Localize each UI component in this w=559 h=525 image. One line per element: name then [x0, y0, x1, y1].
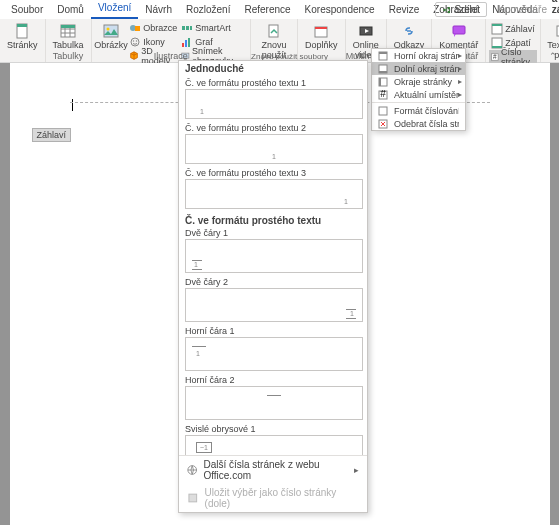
svg-point-11: [136, 40, 137, 41]
page-number-submenu: Horní okraj stránky▸ Dolní okraj stránky…: [371, 48, 466, 131]
gallery-section-plain: Č. ve formátu prostého textu: [185, 215, 363, 226]
icons-icon: [129, 36, 141, 48]
table-button[interactable]: Tabulka: [49, 21, 88, 52]
comment-bubble-icon: [451, 23, 467, 39]
svg-point-10: [133, 40, 134, 41]
svg-text:#: #: [493, 53, 497, 60]
svg-rect-14: [190, 26, 192, 30]
svg-rect-13: [186, 26, 189, 30]
addin-icon: [313, 23, 329, 39]
submenu-remove-numbers[interactable]: Odebrat čísla stránek: [372, 117, 465, 130]
submenu-format-numbers[interactable]: Formát číslování stránek...: [372, 104, 465, 117]
shapes-icon: [129, 22, 141, 34]
gallery-more-from-office[interactable]: Další čísla stránek z webu Office.com ▸: [179, 456, 367, 484]
page-icon: [14, 23, 30, 39]
svg-rect-24: [453, 26, 465, 34]
gallery-thumb-plain-1[interactable]: 1: [185, 89, 363, 119]
gallery-thumb-plain-3[interactable]: 1: [185, 179, 363, 209]
share-icon: [442, 5, 452, 15]
gallery-save-selection: Uložit výběr jako číslo stránky (dole): [179, 484, 367, 512]
submenu-bottom-of-page[interactable]: Dolní okraj stránky▸: [372, 62, 465, 75]
doc-current-icon: #: [378, 90, 388, 100]
smartart-button[interactable]: SmartArt: [179, 21, 247, 35]
gallery-thumb-top-line-2[interactable]: [185, 386, 363, 420]
group-label-tables: Tabulky: [46, 51, 91, 61]
addins-button[interactable]: Doplňky: [301, 21, 342, 52]
gallery-thumb-vertical-outline-1[interactable]: ~1: [185, 435, 363, 455]
collapse-ribbon-icon[interactable]: ⌃: [549, 51, 557, 61]
header-tag: Záhlaví: [32, 128, 72, 142]
header-button[interactable]: Záhlaví: [489, 22, 537, 36]
doc-top-icon: [378, 51, 388, 61]
svg-text:#: #: [380, 90, 386, 99]
gallery-thumb-plain-2[interactable]: 1: [185, 134, 363, 164]
page-number-gallery: Jednoduché Č. ve formátu prostého textu …: [178, 60, 368, 513]
gallery-thumb-two-lines-2[interactable]: 1: [185, 288, 363, 322]
tab-reference[interactable]: Reference: [237, 1, 297, 19]
gallery-thumb-two-lines-1[interactable]: 1: [185, 239, 363, 273]
svg-rect-8: [135, 26, 140, 31]
doc-margin-icon: [378, 77, 388, 87]
svg-rect-40: [379, 71, 387, 73]
tab-domu[interactable]: Domů: [50, 1, 91, 19]
submenu-top-of-page[interactable]: Horní okraj stránky▸: [372, 49, 465, 62]
office-icon: [187, 464, 197, 476]
format-icon: [378, 106, 388, 116]
gallery-item-label: Dvě čáry 1: [185, 228, 363, 238]
picture-icon: [103, 23, 119, 39]
comments-button[interactable]: Komentáře: [489, 3, 553, 16]
share-button[interactable]: Sdílet: [435, 2, 488, 17]
tab-revize[interactable]: Revize: [382, 1, 427, 19]
svg-rect-16: [185, 40, 187, 47]
svg-rect-15: [182, 43, 184, 47]
svg-rect-38: [379, 52, 387, 54]
gallery-item-label: Svislé obrysové 1: [185, 424, 363, 434]
svg-rect-12: [182, 26, 185, 30]
tab-vlozeni[interactable]: Vložení: [91, 0, 138, 19]
video-icon: [358, 23, 374, 39]
svg-point-6: [106, 28, 109, 31]
tab-soubor[interactable]: Soubor: [4, 1, 50, 19]
page-number-icon: #: [491, 51, 499, 63]
gallery-scroll[interactable]: Č. ve formátu prostého textu 1 1 Č. ve f…: [179, 76, 367, 455]
remove-icon: [378, 119, 388, 129]
svg-rect-17: [188, 38, 190, 47]
svg-rect-4: [61, 25, 75, 28]
svg-point-9: [131, 38, 139, 46]
svg-rect-26: [492, 24, 502, 26]
gallery-item-label: Dvě čáry 2: [185, 277, 363, 287]
reuse-icon: [266, 23, 282, 39]
save-icon: [187, 492, 199, 504]
smartart-icon: [181, 22, 193, 34]
gallery-item-label: Č. ve formátu prostého textu 1: [185, 78, 363, 88]
submenu-page-margins[interactable]: Okraje stránky▸: [372, 75, 465, 88]
doc-bottom-icon: [378, 64, 388, 74]
tab-navrh[interactable]: Návrh: [138, 1, 179, 19]
svg-rect-42: [379, 78, 381, 86]
link-icon: [401, 23, 417, 39]
tab-rozlozeni[interactable]: Rozložení: [179, 1, 237, 19]
svg-rect-22: [315, 27, 327, 29]
table-icon: [60, 23, 76, 39]
header-icon: [491, 23, 503, 35]
textbox-icon: A: [555, 23, 559, 39]
ribbon: Stránky Tabulka Tabulky Obrázky Obrazce …: [0, 19, 559, 63]
pages-button[interactable]: Stránky: [3, 21, 42, 52]
gallery-thumb-top-line-1[interactable]: 1: [185, 337, 363, 371]
svg-rect-2: [17, 24, 27, 27]
gallery-section-simple: Jednoduché: [179, 61, 367, 76]
gallery-item-label: Horní čára 1: [185, 326, 363, 336]
svg-rect-48: [189, 494, 197, 502]
submenu-current-position[interactable]: #Aktuální umístění▸: [372, 88, 465, 101]
gallery-item-label: Horní čára 2: [185, 375, 363, 385]
gallery-item-label: Č. ve formátu prostého textu 2: [185, 123, 363, 133]
tab-korespondence[interactable]: Korespondence: [298, 1, 382, 19]
gallery-item-label: Č. ve formátu prostého textu 3: [185, 168, 363, 178]
shapes-button[interactable]: Obrazce: [127, 21, 179, 35]
page-number-button[interactable]: #Číslo stránky: [489, 50, 537, 64]
svg-rect-45: [379, 107, 387, 115]
svg-rect-5: [104, 25, 118, 37]
